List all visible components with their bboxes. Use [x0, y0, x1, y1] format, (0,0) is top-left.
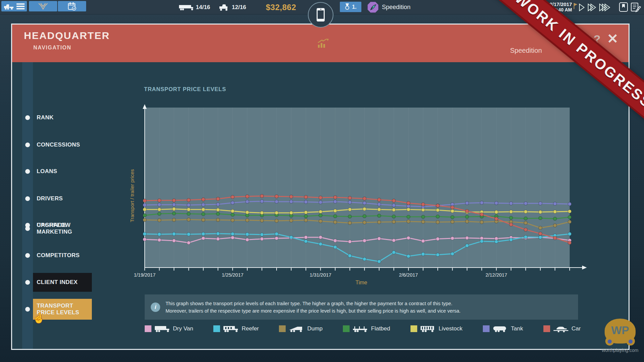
company-logo-icon [367, 2, 379, 13]
legend-item-dry-van: Dry Van [145, 325, 193, 333]
stats-chart-icon [317, 39, 329, 49]
money-value: $32,862 [266, 3, 296, 12]
notes-icon[interactable] [631, 2, 641, 12]
flatbed-swatch [343, 325, 350, 332]
rank-emblem-button[interactable] [29, 1, 57, 11]
livestock-swatch [410, 325, 417, 332]
medal-icon [345, 3, 350, 11]
truck-count-stat: 12/16 [218, 0, 246, 14]
sidebar-item-label: COMPETITORS [37, 252, 91, 259]
trailer-icon [179, 3, 193, 11]
dump-swatch [279, 325, 286, 332]
legend-label: Dry Van [173, 325, 193, 332]
chart-info-box: i This graph shows the transport price l… [145, 294, 578, 320]
company-name: Speedition [382, 4, 410, 11]
chart-series [145, 108, 570, 268]
sidebar-item-concessions[interactable]: CONCESSIONS [22, 135, 92, 154]
sidebar-item-label: RANK [37, 114, 91, 121]
tank-swatch [483, 325, 490, 332]
sidebar-item-rank[interactable]: RANK [22, 108, 92, 127]
play-button[interactable] [579, 4, 584, 11]
dump-trailer-icon [289, 325, 304, 333]
sidebar-item-drivers[interactable]: DRIVERS [22, 189, 92, 208]
legend-item-reefer: Reefer [213, 325, 259, 333]
fleet-menu-button[interactable] [1, 1, 27, 11]
truck-icon [4, 3, 14, 10]
x-tick-label: 2/12/2017 [486, 272, 507, 278]
bullet-icon [25, 169, 30, 174]
legend-label: Flatbed [371, 325, 390, 332]
reefer-trailer-icon [223, 325, 239, 333]
rank-button[interactable]: 1. [340, 2, 361, 12]
watermark-caption: worthplaying.com [602, 348, 639, 353]
legend-label: Reefer [242, 325, 259, 332]
money-display: $32,862 [266, 0, 296, 14]
chart-title: TRANSPORT PRICE LEVELS [144, 86, 226, 92]
legend-item-tank: Tank [483, 325, 523, 333]
info-line-2: Moreover, trailers of the respective typ… [166, 307, 461, 315]
sidebar-item-competitors[interactable]: COMPETITORS [22, 246, 92, 265]
legend-item-dump: Dump [279, 325, 322, 333]
dry-van-trailer-icon [154, 325, 170, 333]
bullet-icon [25, 196, 30, 201]
page-subtitle: NAVIGATION [33, 45, 71, 51]
legend-item-flatbed: Flatbed [343, 325, 390, 333]
calendar-check-icon [68, 2, 76, 11]
sidebar-item-label: CLIENT INDEX [37, 279, 91, 286]
phone-icon [317, 8, 325, 22]
worthplaying-logo-icon: WP [605, 319, 636, 344]
x-tick-label: 1/25/2017 [222, 272, 244, 278]
bullet-icon [25, 253, 30, 258]
tank-trailer-icon [493, 325, 508, 333]
x-tick-label: 2/6/2017 [399, 272, 418, 278]
bullet-icon [25, 115, 30, 120]
sidebar-item-upgrade-marketing[interactable]: UPGRADE MARKETING [22, 219, 92, 238]
bullet-icon [25, 143, 30, 147]
price-levels-chart: 1/19/20171/25/20171/31/20172/6/20172/12/… [134, 100, 595, 288]
x-tick-label: 1/19/2017 [134, 272, 156, 278]
page-title: HEADQUARTER [24, 30, 110, 41]
trailer-count-stat: 14/16 [179, 0, 210, 14]
rank-emblem-icon [38, 2, 48, 10]
legend-item-livestock: Livestock [410, 325, 463, 333]
sidebar-item-client-index[interactable]: CLIENT INDEX [22, 273, 92, 292]
sidebar-item-label: DRIVERS [37, 195, 91, 202]
legend-label: Dump [307, 325, 322, 332]
company-display[interactable]: Speedition [367, 0, 410, 14]
legend-label: Livestock [439, 325, 463, 332]
bullet-icon [25, 280, 30, 285]
livestock-trailer-icon [420, 325, 436, 333]
chart-info-text: This graph shows the transport price lev… [166, 300, 461, 315]
info-icon: i [151, 303, 160, 312]
game-screen: 14/16 12/16 $32,862 1. [0, 0, 644, 362]
schedule-button[interactable] [58, 1, 86, 11]
wp-logo-text: WP [605, 324, 636, 337]
hand-cursor-icon: ☝ [32, 311, 46, 325]
dry-van-swatch [145, 325, 151, 332]
legend-label: Tank [511, 325, 523, 332]
chart-legend: Dry Van Reefer Dump [145, 322, 581, 335]
car-swatch [543, 325, 550, 332]
x-tick-label: 1/31/2017 [310, 272, 331, 278]
info-line-1: This graph shows the transport price lev… [166, 300, 461, 307]
flatbed-trailer-icon [353, 325, 368, 333]
rank-value: 1. [352, 4, 356, 10]
car-trailer-icon [553, 325, 569, 333]
sidebar-item-label: LOANS [37, 168, 91, 175]
bullet-icon [25, 307, 30, 312]
bookmark-icon[interactable] [619, 2, 628, 12]
tractor-icon [218, 3, 229, 11]
flag-icon [573, 3, 578, 9]
x-axis-label: Time [356, 280, 367, 286]
sidebar-item-label: CONCESSIONS [37, 142, 91, 148]
truck-count-value: 12/16 [232, 4, 246, 11]
trailer-count-value: 14/16 [196, 4, 210, 11]
phone-button[interactable] [308, 2, 333, 28]
legend-item-car: Car [543, 325, 581, 333]
sidebar-item-label: UPGRADE MARKETING [37, 222, 91, 235]
sidebar-item-loans[interactable]: LOANS [22, 162, 92, 181]
hamburger-menu-icon [16, 3, 25, 10]
close-button[interactable]: ✕ [607, 32, 618, 45]
worthplaying-watermark: WP worthplaying.com [602, 319, 639, 353]
speed-controls [579, 3, 612, 12]
